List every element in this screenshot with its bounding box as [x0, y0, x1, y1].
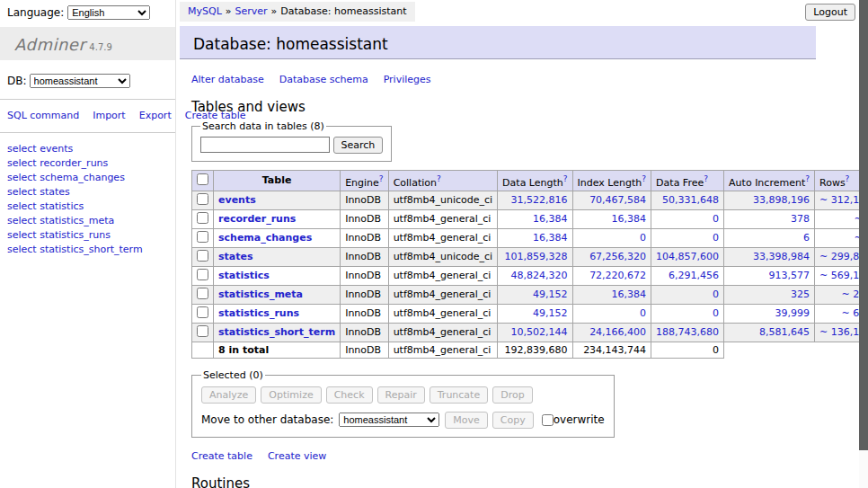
table-link-statistics[interactable]: statistics — [218, 270, 270, 281]
copy-button[interactable]: Copy — [492, 412, 534, 429]
subnav-link-alter-database[interactable]: Alter database — [191, 74, 264, 85]
data-free-cell: 188,743,680 — [651, 323, 724, 342]
sidebar-item-select-statistics-runs[interactable]: select statistics_runs — [7, 228, 168, 243]
sidebar-item-select-statistics-short-term[interactable]: select statistics_short_term — [7, 243, 168, 257]
table-link-statistics-short-term[interactable]: statistics_short_term — [218, 326, 335, 338]
subnav-link-privileges[interactable]: Privileges — [384, 74, 431, 85]
truncate-button[interactable]: Truncate — [430, 386, 488, 404]
auto-increment-link[interactable]: 325 — [791, 288, 810, 300]
data-free-link[interactable]: 6,291,456 — [669, 270, 719, 281]
move-database-select[interactable]: homeassistant — [339, 413, 439, 427]
link-create-view[interactable]: Create view — [268, 450, 326, 462]
help-link-data-free[interactable]: ? — [704, 174, 708, 183]
row-checkbox[interactable] — [197, 306, 208, 318]
sidebar-item-select-states[interactable]: select states — [7, 185, 168, 200]
index-length-link[interactable]: 0 — [640, 307, 646, 319]
scrollbar-thumb[interactable] — [859, 0, 868, 450]
overwrite-checkbox[interactable] — [542, 414, 554, 426]
row-checkbox[interactable] — [197, 250, 208, 262]
data-length-link[interactable]: 10,502,144 — [511, 326, 568, 338]
language-select[interactable]: English — [67, 5, 150, 20]
sidebar-item-select-statistics[interactable]: select statistics — [7, 200, 168, 214]
index-length-link[interactable]: 24,166,400 — [589, 326, 646, 338]
table-link-states[interactable]: states — [218, 251, 253, 262]
sidebar-link-sql-command[interactable]: SQL command — [7, 110, 79, 121]
vertical-scrollbar[interactable] — [859, 0, 868, 488]
auto-increment-link[interactable]: 33,898,196 — [753, 194, 810, 206]
auto-increment-link[interactable]: 6 — [803, 232, 810, 244]
move-button[interactable]: Move — [445, 412, 488, 429]
index-length-link[interactable]: 67,256,320 — [589, 251, 646, 262]
data-length-link[interactable]: 49,152 — [533, 288, 568, 300]
index-length-link[interactable]: 72,220,672 — [589, 270, 646, 281]
data-free-link[interactable]: 0 — [713, 288, 719, 300]
logout-button[interactable]: Logout — [805, 4, 855, 21]
search-input[interactable] — [200, 137, 330, 153]
help-link-auto-increment[interactable]: ? — [805, 174, 810, 183]
data-free-link[interactable]: 0 — [713, 213, 719, 225]
sidebar-item-select-recorder-runs[interactable]: select recorder_runs — [7, 156, 168, 171]
data-length-link[interactable]: 31,522,816 — [511, 194, 568, 206]
table-link-recorder-runs[interactable]: recorder_runs — [218, 213, 296, 225]
table-link-schema-changes[interactable]: schema_changes — [218, 232, 312, 244]
help-link-engine[interactable]: ? — [379, 174, 384, 183]
index-length-link[interactable]: 70,467,584 — [589, 194, 646, 206]
help-link-data-length[interactable]: ? — [563, 174, 568, 183]
row-checkbox[interactable] — [197, 269, 208, 280]
data-free-link[interactable]: 104,857,600 — [656, 251, 719, 262]
sidebar-item-select-statistics-meta[interactable]: select statistics_meta — [7, 214, 168, 228]
link-create-table[interactable]: Create table — [191, 450, 252, 462]
table-link-events[interactable]: events — [218, 194, 256, 206]
row-checkbox[interactable] — [197, 288, 208, 299]
auto-increment-link[interactable]: 39,999 — [775, 307, 810, 319]
table-row: statistics_metaInnoDButf8mb4_general_ci4… — [192, 285, 868, 304]
table-row: statesInnoDButf8mb4_unicode_ci101,859,32… — [192, 247, 868, 266]
index-length-link[interactable]: 0 — [640, 232, 646, 244]
analyze-button[interactable]: Analyze — [201, 386, 256, 404]
table-link-statistics-meta[interactable]: statistics_meta — [218, 288, 303, 300]
data-length-link[interactable]: 16,384 — [533, 213, 568, 225]
select-all-checkbox[interactable] — [197, 173, 208, 185]
db-select[interactable]: homeassistant — [30, 74, 130, 88]
data-free-link[interactable]: 188,743,680 — [656, 326, 719, 338]
auto-increment-link[interactable]: 8,581,645 — [759, 326, 810, 338]
help-link-collation[interactable]: ? — [437, 174, 441, 183]
auto-increment-cell: 33,398,984 — [724, 247, 815, 266]
data-length-link[interactable]: 48,824,320 — [511, 270, 568, 281]
sidebar-link-import[interactable]: Import — [93, 110, 126, 121]
breadcrumb-link-mysql[interactable]: MySQL — [188, 5, 222, 17]
help-link-index-length[interactable]: ? — [642, 174, 646, 183]
index-length-link[interactable]: 16,384 — [612, 213, 647, 225]
help-link-rows[interactable]: ? — [846, 174, 850, 183]
search-button[interactable]: Search — [333, 137, 384, 154]
overwrite-label: overwrite — [554, 413, 605, 426]
sidebar-link-export[interactable]: Export — [139, 110, 172, 121]
select-all-header — [192, 171, 214, 191]
auto-increment-link[interactable]: 913,577 — [769, 270, 810, 281]
optimize-button[interactable]: Optimize — [261, 386, 321, 404]
data-length-link[interactable]: 101,859,328 — [505, 251, 568, 262]
data-free-link[interactable]: 0 — [713, 307, 719, 319]
sidebar-item-select-schema-changes[interactable]: select schema_changes — [7, 171, 168, 185]
adminer-logo: Adminer4.7.9 — [0, 27, 175, 60]
column-header-data-free: Data Free? — [651, 171, 724, 191]
empty-cell — [724, 342, 815, 358]
check-button[interactable]: Check — [326, 386, 373, 404]
row-checkbox[interactable] — [197, 231, 208, 243]
data-free-link[interactable]: 50,331,648 — [662, 194, 719, 206]
data-length-link[interactable]: 49,152 — [533, 307, 568, 319]
repair-button[interactable]: Repair — [377, 386, 425, 404]
auto-increment-link[interactable]: 33,398,984 — [753, 251, 810, 262]
data-free-link[interactable]: 0 — [713, 232, 719, 244]
index-length-link[interactable]: 16,384 — [612, 288, 647, 300]
auto-increment-link[interactable]: 378 — [791, 213, 810, 225]
row-checkbox[interactable] — [197, 212, 208, 224]
breadcrumb-link-server[interactable]: Server — [235, 5, 268, 17]
row-checkbox[interactable] — [197, 193, 208, 205]
sidebar-item-select-events[interactable]: select events — [7, 142, 168, 156]
row-checkbox[interactable] — [197, 325, 208, 337]
table-link-statistics-runs[interactable]: statistics_runs — [218, 307, 299, 319]
drop-button[interactable]: Drop — [492, 386, 532, 404]
subnav-link-database-schema[interactable]: Database schema — [279, 74, 368, 85]
data-length-link[interactable]: 16,384 — [533, 232, 568, 244]
